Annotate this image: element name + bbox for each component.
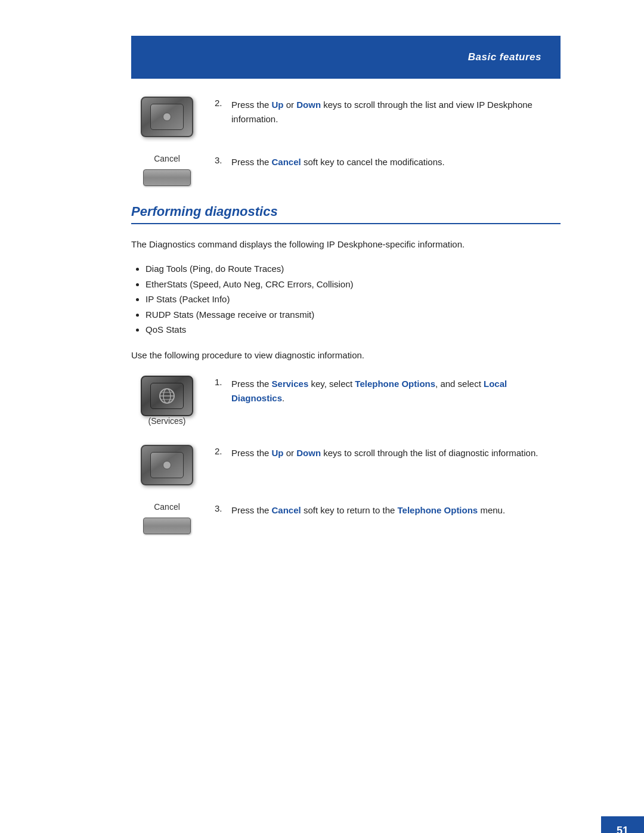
services-label: (Services) <box>148 416 185 426</box>
nav-key-image-2 <box>141 445 193 485</box>
cancel-button-image-1 <box>143 169 191 186</box>
diag-step-content-2: 2. Press the Up or Down keys to scroll t… <box>215 445 538 460</box>
step-content-3: 3. Press the Cancel soft key to cancel t… <box>215 154 445 169</box>
use-procedure-text: Use the following procedure to view diag… <box>131 348 561 363</box>
nav-key-center-2 <box>163 461 171 469</box>
services-key-image <box>141 376 193 416</box>
step-row-cancel-1: Cancel 3. Press the Cancel soft key to c… <box>131 154 561 186</box>
step-icon-cancel-1: Cancel <box>131 154 203 186</box>
highlight-cancel-1: Cancel <box>272 157 301 167</box>
diag-step-row-services: (Services) 1. Press the Services key, se… <box>131 376 561 428</box>
list-item: RUDP Stats (Message receive or transmit) <box>145 307 561 323</box>
step-num-2: 2. <box>215 98 229 108</box>
highlight-telephone-options-2: Telephone Options <box>397 505 478 515</box>
nav-key-image <box>141 97 193 137</box>
highlight-up: Up <box>272 100 284 110</box>
page-number-badge: 51 <box>601 816 644 833</box>
diag-step-text-3: Press the Cancel soft key to return to t… <box>231 503 505 518</box>
section-heading-diagnostics: Performing diagnostics <box>131 204 561 224</box>
diag-step-num-3: 3. <box>215 503 229 513</box>
step-text-2: Press the Up or Down keys to scroll thro… <box>231 98 561 126</box>
nav-key-inner <box>150 104 184 130</box>
highlight-down-2: Down <box>296 448 321 458</box>
list-item: IP Stats (Packet Info) <box>145 292 561 307</box>
list-item: QoS Stats <box>145 322 561 337</box>
list-item: EtherStats (Speed, Auto Neg, CRC Errors,… <box>145 277 561 292</box>
highlight-up-2: Up <box>272 448 284 458</box>
services-key-inner <box>150 383 184 409</box>
diag-step-content-1: 1. Press the Services key, select Teleph… <box>215 376 561 405</box>
globe-icon <box>157 386 177 405</box>
step-icon-nav-2 <box>131 445 203 485</box>
highlight-down: Down <box>296 100 321 110</box>
diagnostics-bullet-list: Diag Tools (Ping, do Route Traces) Ether… <box>145 261 561 337</box>
diag-step-row-cancel: Cancel 3. Press the Cancel soft key to r… <box>131 502 561 534</box>
cancel-button-image-2 <box>143 518 191 534</box>
header-banner: Basic features <box>131 36 561 79</box>
diagnostics-intro: The Diagnostics command displays the fol… <box>131 237 561 252</box>
step-num-3: 3. <box>215 155 229 165</box>
content-area: 2. Press the Up or Down keys to scroll t… <box>131 79 561 534</box>
step-text-3: Press the Cancel soft key to cancel the … <box>231 155 445 169</box>
diag-step-content-3: 3. Press the Cancel soft key to return t… <box>215 502 505 518</box>
list-item: Diag Tools (Ping, do Route Traces) <box>145 261 561 277</box>
nav-key-inner-2 <box>150 452 184 478</box>
step-icon-services: (Services) <box>131 376 203 428</box>
highlight-telephone-options-1: Telephone Options <box>355 379 435 389</box>
step-content-2: 2. Press the Up or Down keys to scroll t… <box>215 97 561 126</box>
highlight-services: Services <box>272 379 309 389</box>
page-container: Basic features 2. Press the Up or Down k… <box>0 36 644 833</box>
page-number: 51 <box>617 825 628 834</box>
diag-step-row-nav: 2. Press the Up or Down keys to scroll t… <box>131 445 561 485</box>
diag-step-num-1: 1. <box>215 377 229 387</box>
header-banner-title: Basic features <box>468 51 541 63</box>
highlight-cancel-2: Cancel <box>272 505 301 515</box>
cancel-label-1: Cancel <box>154 154 180 163</box>
diag-step-text-2: Press the Up or Down keys to scroll thro… <box>231 446 538 460</box>
diag-step-text-1: Press the Services key, select Telephone… <box>231 377 561 405</box>
cancel-label-2: Cancel <box>154 502 180 512</box>
step-row-nav-keys: 2. Press the Up or Down keys to scroll t… <box>131 97 561 137</box>
diag-step-num-2: 2. <box>215 446 229 456</box>
step-icon-cancel-2: Cancel <box>131 502 203 534</box>
nav-key-center <box>163 113 171 121</box>
step-icon-nav <box>131 97 203 137</box>
